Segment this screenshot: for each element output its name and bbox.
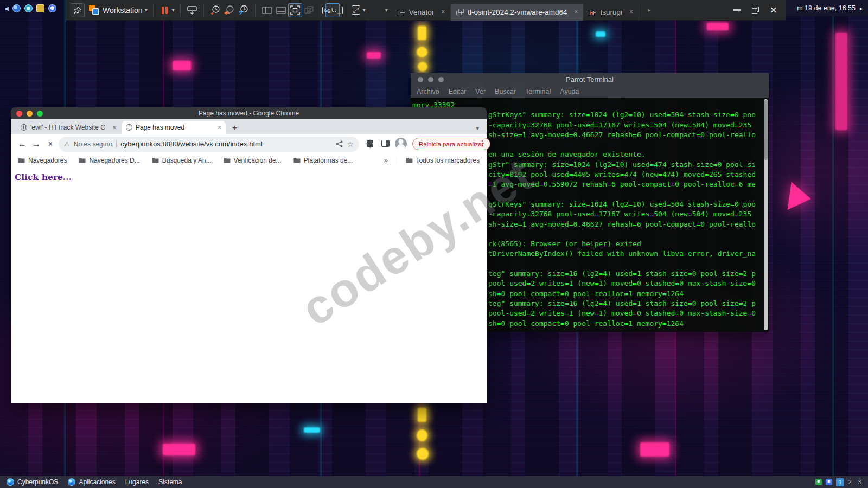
vm-tablist-caret-icon[interactable]: ▾ [385,7,388,13]
panel-audio-icon[interactable] [48,4,56,12]
close-window-button[interactable] [16,111,22,117]
applications-icon [68,478,75,486]
restore-button[interactable] [752,7,759,14]
unity-mode-button [302,3,316,17]
tab-close-icon[interactable]: × [112,124,116,131]
taskbar-lugares-menu[interactable]: Lugares [123,478,151,486]
terminal-window-buttons[interactable] [418,77,444,82]
vm-tab-label: tl-osint-2024.2-vmware-amd64 [468,8,567,16]
fit-guest-caret-icon[interactable]: ▾ [363,7,366,13]
all-bookmarks-folder[interactable]: Todos los marcadores [406,157,480,164]
vm-tab-tsurugi[interactable]: tsurugi × [583,4,639,21]
workspace-1[interactable]: 1 [836,478,844,486]
pause-dropdown-caret-icon[interactable]: ▾ [172,7,175,13]
take-snapshot-button[interactable] [208,3,222,17]
tray-status-icon[interactable] [815,479,822,485]
menu-terminal[interactable]: Terminal [525,88,551,95]
pause-vm-button[interactable] [158,3,172,17]
bookmark-folder[interactable]: Navegadores D... [79,157,139,164]
workspace-3[interactable]: 3 [856,478,864,486]
extensions-icon[interactable] [366,139,375,148]
workstation-menu[interactable]: Workstation [103,6,143,15]
terminal-titlebar[interactable]: Parrot Terminal [411,73,769,86]
menu-editar[interactable]: Editar [449,88,467,95]
tab-search-chevron-icon[interactable]: ▾ [476,125,479,132]
panel-files-icon[interactable] [36,4,44,12]
guest-clock[interactable]: m 19 de ene, 16:55 ▸ [786,0,868,16]
panel-search-icon[interactable] [12,4,21,12]
chrome-titlebar[interactable]: Page has moved - Google Chrome [11,107,487,119]
send-ctrl-alt-del-button[interactable] [185,3,199,17]
maximize-window-button[interactable] [37,111,43,117]
forward-button[interactable]: → [29,139,43,149]
show-thumbnail-bar-button[interactable] [274,3,288,17]
terminal-scrollbar[interactable] [764,99,768,330]
tray-network-icon[interactable] [826,479,832,485]
taskbar-label: Sistema [158,478,182,486]
terminal-line: sh-size=1 avg-moved=0.46627 rehash=6 poo… [488,220,769,229]
stop-button[interactable]: × [43,139,58,149]
chrome-tab-label: 'ewf' - HTTrack Website C [30,124,109,131]
close-button[interactable]: × [770,4,777,16]
menu-ayuda[interactable]: Ayuda [560,88,579,95]
workstation-menu-caret-icon[interactable]: ▾ [145,7,148,13]
side-panel-icon[interactable] [381,140,390,147]
workspace-2[interactable]: 2 [846,478,854,486]
vm-tab-tl-osint[interactable]: tl-osint-2024.2-vmware-amd64 × [451,4,583,21]
security-chip[interactable]: No es seguro [74,140,112,148]
tab-close-icon[interactable]: × [218,124,221,131]
vm-tab-close-icon[interactable]: × [574,8,578,16]
menu-ver[interactable]: Ver [475,88,486,95]
vm-tab-venator[interactable]: Venator × [392,4,451,21]
globe-favicon-icon [21,124,27,131]
taskbar-aplicaciones-menu[interactable]: Aplicaciones [66,478,117,486]
show-library-button[interactable] [260,3,274,17]
vm-tab-close-icon[interactable]: × [441,8,445,16]
terminal-line: -capacity=32768 pool-used=17167 writes=5… [488,209,769,219]
fullscreen-button[interactable] [288,3,302,17]
folder-icon [152,157,159,163]
taskbar-cyberpunkos-menu[interactable]: CyberpunkOS [4,478,60,486]
url-text[interactable]: cyberpunkos:8080/website/vk.com/index.ht… [120,140,332,148]
new-tab-button[interactable]: + [232,123,237,133]
click-here-link[interactable]: Click here... [15,172,72,182]
menu-archivo[interactable]: Archivo [417,88,439,95]
omnibox-divider [116,140,117,148]
address-bar[interactable]: ⚠ No es seguro cyberpunkos:8080/website/… [59,137,359,152]
chrome-page-content: Click here... [11,166,487,403]
bookmark-folder[interactable]: Búsqueda y An... [152,157,212,164]
vm-tab-scroll-icon[interactable]: ▸ [648,7,651,14]
chrome-tab-page-has-moved[interactable]: Page has moved × [122,121,226,134]
bookmarks-overflow-icon[interactable]: » [384,156,387,164]
panel-browser-icon[interactable] [24,4,33,12]
terminal-line [488,259,769,269]
terminal-line: gStr" summary: size=1024 (lg2=10) used=4… [488,160,769,170]
bookmark-star-icon[interactable]: ☆ [347,140,354,149]
manage-snapshots-button[interactable] [237,3,251,17]
share-icon[interactable] [336,140,343,147]
bookmark-folder[interactable]: Plataformas de... [293,157,353,164]
revert-snapshot-button[interactable] [222,3,237,17]
pin-toolbar-button[interactable] [71,3,85,17]
panel-back-icon[interactable]: ◀ [4,5,9,11]
vm-tab-close-icon[interactable]: × [629,8,633,16]
folder-icon [18,157,25,163]
vm-tab-label: Venator [409,8,435,16]
minimize-window-button[interactable] [27,111,33,117]
bookmark-folder[interactable]: Navegadores [18,157,67,164]
bookmark-folder[interactable]: Verificación de... [224,157,282,164]
taskbar-sistema-menu[interactable]: Sistema [156,478,184,486]
minimize-button[interactable] [733,9,741,11]
back-button[interactable]: ← [15,139,29,149]
menu-buscar[interactable]: Buscar [495,88,516,95]
profile-avatar[interactable] [395,138,407,150]
console-view-button[interactable]: &gt;_ [326,3,340,17]
terminal-scrollbar-thumb[interactable] [764,100,768,160]
clock-label: m 19 de ene, 16:55 [797,4,856,12]
wallpaper-neon-sign [417,47,427,57]
not-secure-warning-icon: ⚠ [64,140,70,148]
chrome-menu-kebab-icon[interactable]: ⋮ [478,139,486,147]
chrome-toolbar: ← → × ⚠ No es seguro cyberpunkos:8080/we… [11,134,487,154]
fit-guest-button[interactable]: ⤢ [349,3,363,17]
chrome-tab-httrack[interactable]: 'ewf' - HTTrack Website C × [16,121,120,134]
